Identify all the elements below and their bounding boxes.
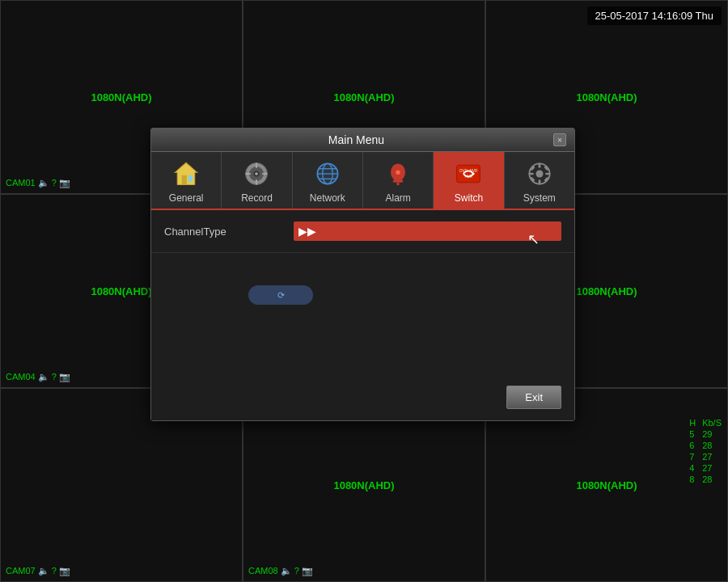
kbs-row3-h: 7 (686, 451, 699, 462)
spinner-container: ⟳ (248, 285, 313, 305)
loading-spinner: ⟳ (248, 285, 313, 305)
kbs-panel: H Kb/S 5 29 6 28 7 27 4 27 8 28 (686, 417, 725, 485)
svg-rect-19 (393, 179, 404, 183)
ahd-label-8: 1080N(AHD) (333, 479, 394, 491)
tab-system[interactable]: System (505, 152, 574, 209)
close-button[interactable]: × (553, 133, 566, 146)
svg-rect-31 (528, 173, 533, 175)
kbs-row1-h: 5 (686, 428, 699, 440)
svg-rect-22 (457, 165, 480, 183)
ahd-label-4: 1080N(AHD) (91, 285, 151, 297)
tab-general[interactable]: General (151, 152, 222, 209)
kbs-row1-v: 29 (699, 428, 725, 440)
kbs-row5-v: 28 (699, 474, 725, 485)
content-body: ⟳ (151, 253, 574, 366)
tab-alarm[interactable]: Alarm (363, 152, 434, 209)
svg-point-11 (256, 172, 259, 175)
tab-switch[interactable]: DVR NVR HVR Switch (434, 152, 504, 209)
tab-network-label: Network (310, 192, 345, 204)
datetime-display: 25-05-2017 14:16:09 Thu (587, 6, 722, 25)
menu-title: Main Menu (159, 133, 553, 146)
slider-arrows: ▶▶ (298, 225, 316, 238)
kbs-row4-v: 27 (699, 462, 725, 474)
channel-type-slider[interactable]: ▶▶ (294, 221, 561, 241)
ahd-label-2: 1080N(AHD) (333, 91, 394, 103)
general-icon (171, 158, 201, 189)
menu-tabs: General Record (151, 152, 574, 210)
menu-content-area: ChannelType ▶▶ ⟳ Exit (151, 210, 574, 420)
svg-rect-20 (396, 183, 400, 186)
cam7-icons: CAM07 🔈 ? 📷 (6, 566, 70, 576)
svg-rect-30 (538, 179, 540, 184)
kbs-row2-h: 6 (686, 440, 699, 451)
cam8-icons: CAM08 🔈 ? 📷 (248, 566, 313, 576)
network-icon (312, 158, 343, 189)
main-menu-dialog: Main Menu × General (150, 128, 575, 421)
kbs-row2-v: 28 (699, 440, 725, 451)
tab-record-label: Record (241, 192, 273, 204)
ahd-label-6: 1080N(AHD) (576, 285, 637, 297)
tab-record[interactable]: Record (222, 152, 292, 209)
system-icon (524, 158, 555, 189)
tab-switch-label: Switch (455, 192, 483, 204)
tab-network[interactable]: Network (293, 152, 363, 209)
svg-rect-1 (182, 175, 187, 185)
svg-rect-29 (538, 163, 540, 168)
svg-rect-32 (545, 173, 550, 175)
ahd-label-1: 1080N(AHD) (91, 91, 151, 103)
alarm-icon (383, 158, 413, 189)
tab-system-label: System (523, 192, 556, 204)
cam4-icons: CAM04 🔈 ? 📷 (6, 372, 70, 382)
switch-icon: DVR NVR HVR (453, 158, 484, 189)
tab-general-label: General (169, 192, 204, 204)
kbs-row3-v: 27 (699, 451, 725, 462)
kbs-header-h: H (686, 417, 699, 428)
ahd-label-3: 1080N(AHD) (576, 91, 637, 103)
svg-rect-2 (188, 175, 193, 182)
ahd-label-9: 1080N(AHD) (576, 479, 637, 491)
svg-point-21 (396, 171, 400, 175)
channel-type-row: ChannelType ▶▶ (151, 210, 574, 253)
svg-point-28 (535, 171, 543, 178)
exit-button[interactable]: Exit (506, 386, 561, 409)
menu-titlebar: Main Menu × (151, 129, 574, 152)
kbs-row4-h: 4 (686, 462, 699, 474)
record-icon (241, 158, 272, 189)
kbs-header-kbs: Kb/S (699, 417, 725, 428)
cam1-icons: CAM01 🔈 ? 📷 (6, 178, 70, 188)
tab-alarm-label: Alarm (385, 192, 410, 204)
svg-point-17 (317, 163, 337, 183)
kbs-row5-h: 8 (686, 474, 699, 485)
channel-type-label: ChannelType (164, 226, 294, 238)
